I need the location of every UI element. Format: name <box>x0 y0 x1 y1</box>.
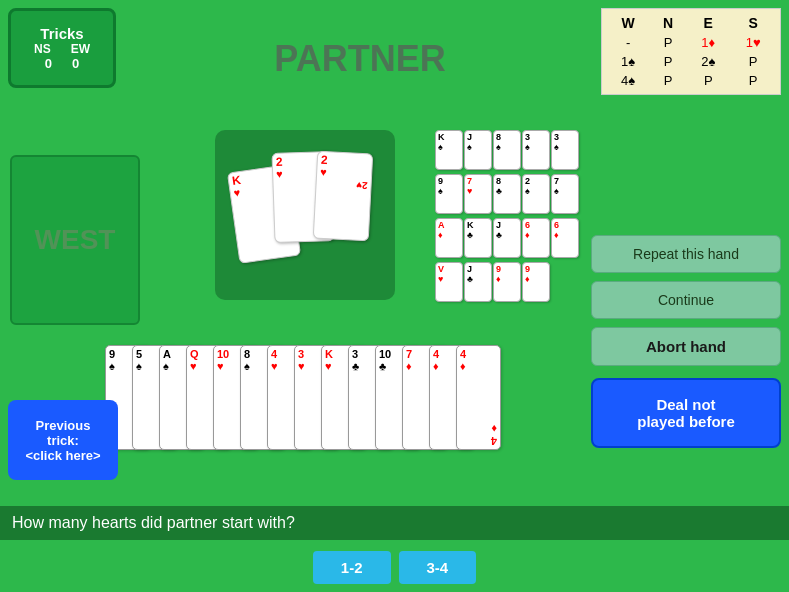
bottom-tabs: 1-2 3-4 <box>0 551 789 584</box>
bid-header-s: S <box>730 13 776 33</box>
east-card: J♣ <box>493 218 521 258</box>
bid-header-n: N <box>650 13 686 33</box>
east-card: J♠ <box>464 130 492 170</box>
status-bar: How many hearts did partner start with? <box>0 506 789 540</box>
tricks-title: Tricks <box>40 25 83 42</box>
deal-not-played-button[interactable]: Deal notplayed before <box>591 378 781 448</box>
east-card: 6♦ <box>522 218 550 258</box>
continue-button[interactable]: Continue <box>591 281 781 319</box>
east-card: 7♠ <box>551 174 579 214</box>
east-card: 7♥ <box>464 174 492 214</box>
east-card: 6♦ <box>551 218 579 258</box>
bid-row-1: - P 1♦ 1♥ <box>606 33 776 52</box>
repeat-hand-button[interactable]: Repeat this hand <box>591 235 781 273</box>
east-card: 9♦ <box>493 262 521 302</box>
east-card: 8♠ <box>493 130 521 170</box>
ew-label: EW <box>71 42 90 56</box>
ew-value: 0 <box>72 56 79 71</box>
south-card-14: 4♦ 4♦ <box>456 345 501 450</box>
bid-header-w: W <box>606 13 650 33</box>
ns-value: 0 <box>45 56 52 71</box>
bid-row-2: 1♠ P 2♠ P <box>606 52 776 71</box>
east-card: K♠ <box>435 130 463 170</box>
abort-hand-button[interactable]: Abort hand <box>591 327 781 366</box>
east-card: 3♠ <box>551 130 579 170</box>
bid-row-3: 4♠ P P P <box>606 71 776 90</box>
east-card: A♦ <box>435 218 463 258</box>
north-cards-area: K♥ K♥ 2♥ 2♥ 2♥ 2♥ <box>215 130 395 300</box>
tab-1-2[interactable]: 1-2 <box>313 551 391 584</box>
east-card: 9♦ <box>522 262 550 302</box>
tricks-box: Tricks NS EW 0 0 <box>8 8 116 88</box>
west-label: WEST <box>10 155 140 325</box>
buttons-area: Repeat this hand Continue Abort hand Dea… <box>591 235 781 448</box>
ns-label: NS <box>34 42 51 56</box>
east-card: 3♠ <box>522 130 550 170</box>
east-cards-area: K♠ J♠ 8♠ 3♠ 3♠ 9♠ 7♥ 8♣ 2♠ 7♠ A♦ K♣ J♣ 6… <box>435 130 605 310</box>
east-card: V♥ <box>435 262 463 302</box>
east-card: 2♠ <box>522 174 550 214</box>
east-card: J♣ <box>464 262 492 302</box>
status-message: How many hearts did partner start with? <box>12 514 295 531</box>
partner-label: PARTNER <box>140 38 580 80</box>
previous-trick-button[interactable]: Previoustrick:<click here> <box>8 400 118 480</box>
south-cards-area: 9♠ 9♠ 5♠ 5♠ A♠ A♠ Q♥ Q♥ 10♥ 10♥ 8♠ 8♠ 4♥… <box>105 345 615 465</box>
north-card-3: 2♥ 2♥ <box>313 151 374 242</box>
east-card: K♣ <box>464 218 492 258</box>
bid-header-e: E <box>686 13 730 33</box>
east-card: 8♣ <box>493 174 521 214</box>
east-card: 9♠ <box>435 174 463 214</box>
tab-3-4[interactable]: 3-4 <box>399 551 477 584</box>
bidding-table: W N E S - P 1♦ 1♥ 1♠ P 2♠ P 4♠ P P <box>601 8 781 95</box>
